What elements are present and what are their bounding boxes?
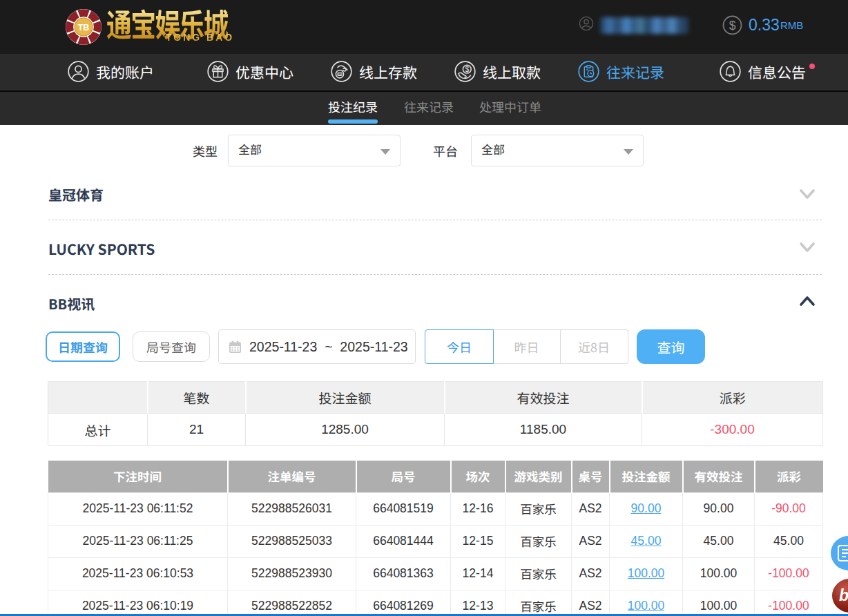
svg-text:$: $ [729, 19, 736, 32]
svg-text:$: $ [465, 65, 469, 73]
svg-text:TB: TB [78, 23, 90, 32]
